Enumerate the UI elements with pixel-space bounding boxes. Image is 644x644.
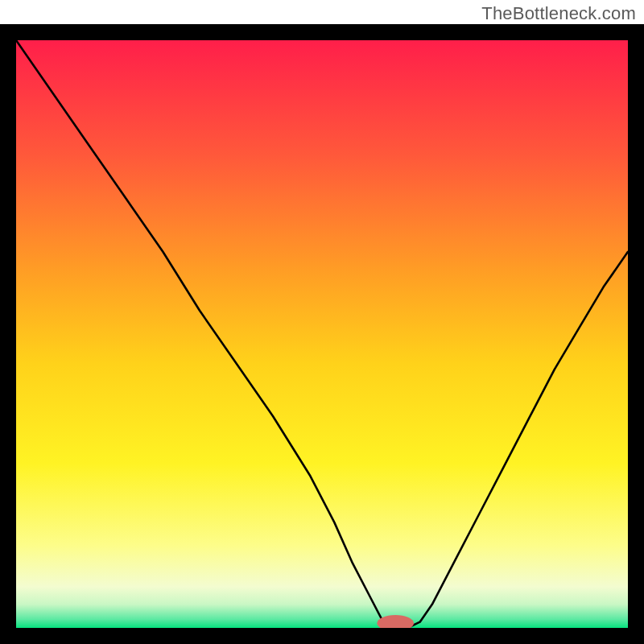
bottleneck-curve-chart — [16, 40, 628, 628]
plot-frame-border — [0, 24, 644, 644]
chart-background-gradient — [16, 40, 628, 628]
plot-area — [16, 40, 628, 628]
watermark-text: TheBottleneck.com — [481, 3, 636, 24]
